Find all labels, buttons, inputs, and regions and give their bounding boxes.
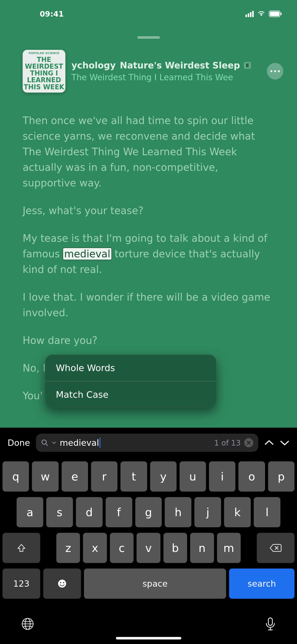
key-y[interactable]: y bbox=[150, 461, 177, 492]
backspace-key[interactable] bbox=[257, 533, 294, 563]
svg-rect-11 bbox=[268, 618, 272, 625]
episode-title: ychology Nature's Weirdest Sleep E bbox=[71, 60, 261, 70]
key-z[interactable]: z bbox=[56, 533, 80, 563]
svg-point-7 bbox=[63, 582, 64, 583]
transcript-paragraph[interactable]: My tease is that I'm going to talk about… bbox=[23, 230, 274, 277]
key-j[interactable]: j bbox=[194, 497, 221, 527]
chevron-down-icon[interactable] bbox=[52, 440, 56, 445]
wifi-icon bbox=[257, 11, 265, 17]
search-highlight[interactable]: medieval bbox=[63, 248, 111, 260]
key-s[interactable]: s bbox=[46, 497, 73, 527]
svg-rect-2 bbox=[281, 13, 282, 15]
shift-key[interactable] bbox=[3, 533, 40, 563]
transcript-paragraph[interactable]: How dare you? bbox=[23, 333, 274, 348]
text-caret bbox=[100, 438, 100, 448]
episode-title-part: Nature's Weirdest Sleep bbox=[120, 60, 240, 70]
key-r[interactable]: r bbox=[91, 461, 117, 492]
explicit-badge: E bbox=[244, 62, 251, 69]
key-l[interactable]: l bbox=[254, 497, 280, 527]
podcast-name[interactable]: The Weirdest Thing I Learned This Wee bbox=[71, 72, 261, 82]
key-v[interactable]: v bbox=[137, 533, 160, 563]
sheet-grabber[interactable] bbox=[137, 36, 160, 39]
numbers-key[interactable]: 123 bbox=[3, 569, 40, 599]
key-row: zxcvbnm bbox=[3, 533, 294, 563]
key-e[interactable]: e bbox=[62, 461, 88, 492]
svg-point-6 bbox=[60, 582, 61, 583]
key-d[interactable]: d bbox=[76, 497, 103, 527]
done-button[interactable]: Done bbox=[8, 438, 30, 448]
episode-header: POPULAR SCIENCE THE WEIRDEST THING I LEA… bbox=[0, 39, 297, 93]
svg-rect-1 bbox=[270, 12, 279, 16]
podcast-artwork[interactable]: POPULAR SCIENCE THE WEIRDEST THING I LEA… bbox=[23, 50, 65, 93]
artwork-text: LEARNED bbox=[27, 77, 61, 84]
key-k[interactable]: k bbox=[224, 497, 251, 527]
key-h[interactable]: h bbox=[165, 497, 191, 527]
artwork-text: THIS WEEK bbox=[24, 84, 64, 91]
transcript-paragraph[interactable]: Then once we've all had time to spin our… bbox=[23, 113, 274, 191]
search-query-text: medieval bbox=[60, 438, 99, 448]
next-match-button[interactable] bbox=[280, 439, 289, 446]
more-options-button[interactable] bbox=[267, 63, 283, 79]
search-options-popover: Whole Words Match Case bbox=[45, 355, 216, 408]
status-time: 09:41 bbox=[40, 10, 64, 18]
key-w[interactable]: w bbox=[32, 461, 58, 492]
whole-words-option[interactable]: Whole Words bbox=[45, 355, 216, 381]
keyboard: qwertyuiop asdfghjkl zxcvbnm 123 space s… bbox=[0, 458, 297, 609]
artwork-text: THING I bbox=[30, 70, 58, 77]
clear-search-button[interactable] bbox=[244, 438, 253, 447]
space-key[interactable]: space bbox=[84, 569, 226, 599]
key-row: 123 space search bbox=[3, 569, 294, 599]
cellular-signal-icon bbox=[245, 11, 254, 17]
match-count: 1 of 13 bbox=[214, 438, 241, 447]
key-p[interactable]: p bbox=[268, 461, 294, 492]
status-icons bbox=[245, 11, 282, 17]
key-u[interactable]: u bbox=[180, 461, 206, 492]
keyboard-toolbar bbox=[0, 609, 297, 634]
key-o[interactable]: o bbox=[238, 461, 265, 492]
svg-line-4 bbox=[46, 444, 48, 446]
key-row: qwertyuiop bbox=[3, 461, 294, 492]
key-f[interactable]: f bbox=[106, 497, 132, 527]
search-input[interactable]: medieval bbox=[60, 438, 210, 448]
key-i[interactable]: i bbox=[209, 461, 235, 492]
search-key[interactable]: search bbox=[229, 569, 294, 599]
find-bar: Done medieval 1 of 13 bbox=[0, 428, 297, 458]
key-n[interactable]: n bbox=[190, 533, 214, 563]
key-row: asdfghjkl bbox=[3, 497, 294, 527]
svg-point-5 bbox=[58, 580, 66, 588]
artwork-text: POPULAR SCIENCE bbox=[29, 52, 59, 55]
emoji-key[interactable] bbox=[43, 569, 81, 599]
artwork-text: THE bbox=[37, 56, 51, 63]
key-t[interactable]: t bbox=[120, 461, 147, 492]
key-q[interactable]: q bbox=[3, 461, 29, 492]
transcript-paragraph[interactable]: I love that. I wonder if there will be a… bbox=[23, 289, 274, 320]
key-c[interactable]: c bbox=[110, 533, 134, 563]
match-case-option[interactable]: Match Case bbox=[45, 381, 216, 408]
key-a[interactable]: a bbox=[17, 497, 43, 527]
key-g[interactable]: g bbox=[135, 497, 162, 527]
transcript-paragraph[interactable]: Jess, what's your tease? bbox=[23, 203, 274, 218]
search-icon[interactable] bbox=[41, 439, 49, 447]
key-x[interactable]: x bbox=[83, 533, 107, 563]
search-field[interactable]: medieval 1 of 13 bbox=[36, 434, 258, 452]
globe-key[interactable] bbox=[21, 617, 34, 631]
home-indicator[interactable] bbox=[0, 634, 297, 644]
episode-title-part: ychology bbox=[71, 60, 116, 70]
prev-match-button[interactable] bbox=[264, 439, 274, 446]
artwork-text: WEIRDEST bbox=[25, 63, 63, 70]
dictation-key[interactable] bbox=[265, 617, 276, 632]
status-bar: 09:41 bbox=[0, 0, 297, 28]
key-b[interactable]: b bbox=[163, 533, 187, 563]
battery-icon bbox=[269, 11, 282, 17]
key-m[interactable]: m bbox=[217, 533, 241, 563]
